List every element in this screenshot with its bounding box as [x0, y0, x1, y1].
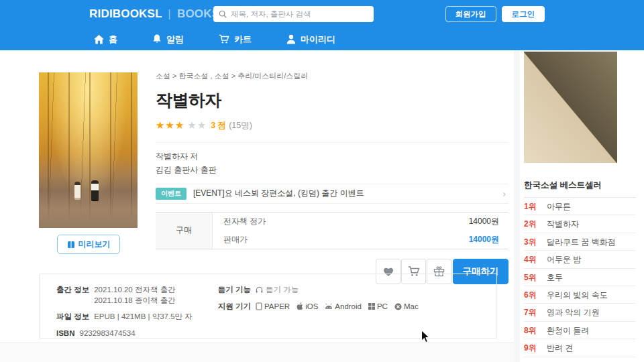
logo-primary: RIDIBOOKSL — [89, 7, 162, 20]
price-label: 판매가 — [223, 234, 469, 245]
chevron-right-icon: › — [502, 188, 508, 199]
bestseller-item-4[interactable]: 4위 어두운 밤 — [524, 251, 636, 268]
book-cover-image[interactable] — [39, 72, 138, 228]
isbn-row: ISBN 9232983474534 — [56, 328, 193, 339]
android-icon — [325, 303, 333, 310]
price-row-sale: 판매가 14000원 — [213, 231, 508, 249]
price-value: 14000원 — [469, 216, 499, 227]
publish-info-value: 2021.10.20 전자책 출간 2021.10.18 종이책 출간 — [94, 285, 175, 306]
nav-label: 카트 — [234, 34, 252, 46]
book-detail-page: RIDIBOOKSL | BOOKSL 회원가입 로그인 홈 알림 카트 마이리 — [0, 0, 644, 362]
book-detail: 소설 > 한국소설 , 소설 > 추리/미스터리/스릴러 작별하자 ★★★ ★★… — [156, 71, 508, 284]
search-input[interactable] — [231, 10, 368, 18]
login-button[interactable]: 로그인 — [502, 6, 545, 22]
main-nav: 홈 알림 카트 마이리디 — [0, 28, 644, 50]
search-box[interactable] — [213, 6, 374, 22]
stars-filled: ★★★ — [156, 119, 184, 131]
nav-label: 홈 — [109, 34, 117, 46]
rank-badge: 3위 — [524, 237, 544, 247]
info-col-left: 출간 정보 2021.10.20 전자책 출간 2021.10.18 종이책 출… — [56, 285, 193, 338]
bestseller-item-10[interactable]: 10위 사소한 거짓 — [524, 357, 636, 362]
nav-item-home[interactable]: 홈 — [94, 34, 117, 46]
cart-icon — [219, 34, 229, 44]
event-badge: 이벤트 — [156, 188, 186, 200]
cover-trees — [39, 72, 138, 228]
nav-item-myridi[interactable]: 마이리디 — [286, 34, 335, 46]
event-banner[interactable]: 이벤트 [EVENT]요 네스뵈 장편소설, (킹덤) 출간 이벤트 › — [156, 184, 508, 204]
bestseller-item-5[interactable]: 5위 호두 — [524, 269, 636, 286]
search-icon — [219, 10, 227, 18]
headphone-icon — [256, 286, 263, 294]
rank-title: 작별하자 — [544, 219, 636, 229]
rank-badge: 5위 — [524, 273, 544, 282]
bestseller-item-2[interactable]: 2위 작별하자 — [524, 215, 636, 233]
logo-divider: | — [168, 7, 171, 20]
rank-badge: 4위 — [524, 255, 544, 264]
nav-label: 마이리디 — [301, 34, 335, 46]
publish-info-row: 출간 정보 2021.10.20 전자책 출간 2021.10.18 종이책 출… — [56, 285, 193, 306]
book-info-box: 출간 정보 2021.10.20 전자책 출간 2021.10.18 종이책 출… — [39, 274, 497, 339]
bell-icon — [152, 34, 162, 44]
cover-figure-woman — [74, 182, 80, 200]
rank-badge: 2위 — [524, 219, 544, 229]
scrollbar-track[interactable] — [514, 50, 520, 362]
rank-title: 호두 — [544, 273, 636, 282]
device-paper: PAPER — [256, 302, 290, 312]
price-rows: 전자책 정가 14000원 판매가 14000원 — [213, 213, 508, 249]
device-pc: PC — [368, 302, 388, 312]
bestseller-item-1[interactable]: 1위 아무튼 — [524, 198, 636, 215]
bestseller-item-8[interactable]: 8위 환청이 들려 — [524, 322, 636, 339]
stars-empty: ★★ — [187, 119, 207, 131]
rating-count: (15명) — [229, 120, 252, 131]
event-text: [EVENT]요 네스뵈 장편소설, (킹덤) 출간 이벤트 — [193, 188, 496, 199]
price-row-list: 전자책 정가 14000원 — [213, 213, 508, 231]
publish-info-label: 출간 정보 — [56, 285, 89, 306]
rank-title: 아무튼 — [544, 202, 636, 211]
page-title: 작별하자 — [156, 89, 508, 111]
home-icon — [94, 35, 104, 44]
book-preview-icon — [67, 241, 75, 249]
preview-label: 미리보기 — [78, 239, 111, 250]
rank-title: 어두운 밤 — [544, 255, 636, 264]
bestseller-item-9[interactable]: 9위 반려 견 — [524, 339, 636, 357]
listen-value: 듣기 가능 — [256, 285, 299, 296]
cover-figure-man — [91, 180, 99, 201]
bestseller-item-7[interactable]: 7위 영과 악의 기원 — [524, 304, 636, 321]
rank-title: 우리의 빛의 속도 — [544, 290, 636, 300]
breadcrumb[interactable]: 소설 > 한국소설 , 소설 > 추리/미스터리/스릴러 — [156, 71, 508, 81]
rank-badge: 7위 — [524, 308, 544, 317]
price-label: 전자책 정가 — [223, 216, 469, 227]
top-header: RIDIBOOKSL | BOOKSL 회원가입 로그인 — [0, 0, 644, 28]
signup-button[interactable]: 회원가입 — [445, 6, 496, 22]
price-value: 14000원 — [469, 234, 499, 245]
paper-device-icon — [256, 302, 262, 310]
info-col-right: 듣기 기능 듣기 가능 지원 기기 PAPER iOS — [218, 285, 419, 338]
nav-label: 알림 — [166, 34, 184, 46]
bestseller-item-3[interactable]: 3위 달라쿠트 꿈 백화점 — [524, 233, 636, 251]
bestseller-item-6[interactable]: 6위 우리의 빛의 속도 — [524, 286, 636, 304]
rank-badge: 8위 — [524, 326, 544, 335]
isbn-label: ISBN — [56, 328, 74, 339]
logo[interactable]: RIDIBOOKSL | BOOKSL — [89, 7, 227, 21]
footer-strip — [0, 343, 514, 362]
devices-row: 지원 기기 PAPER iOS Android — [218, 302, 419, 312]
publisher-line[interactable]: 김김 출판사 출판 — [156, 163, 508, 176]
rank-title: 반려 견 — [544, 343, 636, 353]
nav-item-cart[interactable]: 카트 — [219, 34, 252, 46]
devices-label: 지원 기기 — [218, 302, 251, 312]
bestseller-heading: 한국소설 베스트셀러 — [524, 180, 636, 198]
rank-title: 영과 악의 기원 — [544, 308, 636, 317]
device-ios: iOS — [297, 302, 318, 312]
listen-label: 듣기 기능 — [218, 285, 251, 296]
person-icon — [286, 34, 296, 44]
price-table-header: 구매 — [156, 213, 213, 249]
author-line[interactable]: 작별하자 저 — [156, 149, 508, 163]
preview-button[interactable]: 미리보기 — [57, 235, 120, 254]
mac-icon — [394, 303, 402, 310]
bestseller-sidebar: 한국소설 베스트셀러 1위 아무튼 2위 작별하자 3위 달라쿠트 꿈 백화점 … — [524, 180, 636, 362]
nav-item-notifications[interactable]: 알림 — [152, 34, 184, 46]
file-info-label: 파일 정보 — [56, 312, 89, 322]
auth-buttons: 회원가입 로그인 — [445, 6, 545, 22]
sidebar-promo-image[interactable] — [524, 52, 617, 163]
rating-row[interactable]: ★★★ ★★ 3 점 (15명) — [156, 119, 508, 131]
